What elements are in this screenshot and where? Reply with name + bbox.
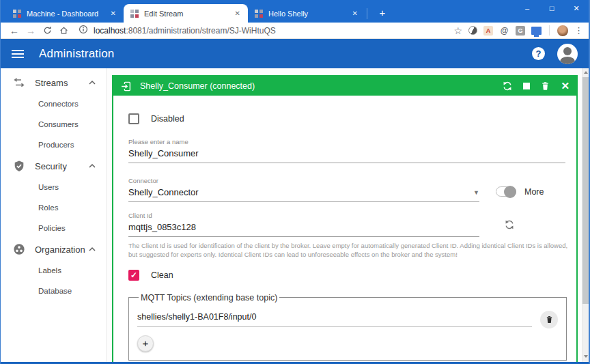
browser-window: Machine - Dashboard ✕ Edit Stream ✕ Hell… <box>0 0 590 364</box>
sidebar-section-security[interactable]: Security <box>1 155 106 177</box>
stream-title: Shelly_Consumer (connected) <box>140 81 255 91</box>
client-id-input[interactable]: mqttjs_0853c128 <box>128 219 479 237</box>
close-button[interactable]: ✕ <box>564 0 589 16</box>
trash-icon <box>545 315 554 324</box>
mqtt-topics-fieldset: MQTT Topics (extending base topic) shell… <box>128 293 567 361</box>
browser-toolbar: ← → localhost:8081/administration/stream… <box>1 23 589 39</box>
url-path: :8081/administration/stream/SJ-WiHtuQS <box>126 26 275 36</box>
sidebar-item-database[interactable]: Database <box>1 281 106 301</box>
page-title: Administration <box>39 47 115 61</box>
shield-icon <box>12 160 27 173</box>
tab-close-icon[interactable]: ✕ <box>351 10 359 17</box>
pdf-extension-icon[interactable]: A <box>483 26 493 36</box>
back-icon[interactable]: ← <box>6 25 23 36</box>
site-favicon <box>12 9 22 18</box>
tab-title: Edit Stream <box>144 10 229 18</box>
page-info-icon[interactable] <box>79 25 88 37</box>
tab-close-icon[interactable]: ✕ <box>234 10 242 17</box>
tab-hello-shelly[interactable]: Hello Shelly ✕ <box>248 4 365 23</box>
add-topic-button[interactable]: + <box>137 335 154 352</box>
chevron-up-icon <box>88 80 96 85</box>
more-toggle-label: More <box>524 187 544 197</box>
chevron-up-icon <box>88 247 96 252</box>
client-id-field: Client Id mqttjs_0853c128 <box>128 212 479 237</box>
sync-icon[interactable] <box>502 81 513 92</box>
stream-input-icon <box>120 81 132 92</box>
mqtt-topics-legend: MQTT Topics (extending base topic) <box>139 293 279 303</box>
clean-checkbox[interactable]: ✓ <box>128 270 139 281</box>
disabled-checkbox-row[interactable]: Disabled <box>128 113 565 124</box>
stream-panel-header: Shelly_Consumer (connected) <box>113 76 576 96</box>
sidebar: Streams Connectors Consumers Producers S… <box>1 68 107 362</box>
sidebar-item-labels[interactable]: Labels <box>1 260 106 281</box>
extension-circle-icon[interactable] <box>468 26 477 35</box>
site-favicon <box>254 9 264 18</box>
content-area: Streams Connectors Consumers Producers S… <box>1 68 589 362</box>
more-toggle[interactable] <box>496 186 516 197</box>
sidebar-section-label: Organization <box>35 244 88 255</box>
streams-icon <box>12 78 27 87</box>
scroll-down-icon[interactable] <box>582 352 589 361</box>
connector-select[interactable]: Shelly_Connector ▼ <box>128 184 479 202</box>
scrollbar-thumb[interactable] <box>582 77 589 304</box>
connector-selected-value: Shelly_Connector <box>128 187 199 197</box>
tab-machine-dashboard[interactable]: Machine - Dashboard ✕ <box>6 4 124 23</box>
client-id-label: Client Id <box>128 212 479 219</box>
name-field: Please enter a name Shelly_Consumer <box>128 138 565 163</box>
tab-close-icon[interactable]: ✕ <box>109 10 117 17</box>
sidebar-item-producers[interactable]: Producers <box>1 135 106 155</box>
name-field-label: Please enter a name <box>128 138 565 145</box>
sidebar-item-users[interactable]: Users <box>1 177 106 197</box>
close-panel-icon[interactable]: ✕ <box>561 80 570 92</box>
stop-icon[interactable] <box>523 83 530 89</box>
browser-profile-avatar[interactable] <box>557 25 568 36</box>
name-input[interactable]: Shelly_Consumer <box>128 145 565 163</box>
sidebar-item-policies[interactable]: Policies <box>1 218 106 238</box>
sidebar-item-connectors[interactable]: Connectors <box>1 94 106 114</box>
organization-icon <box>12 243 27 255</box>
forward-icon[interactable]: → <box>23 25 39 36</box>
tab-edit-stream[interactable]: Edit Stream ✕ <box>124 4 248 23</box>
user-avatar[interactable] <box>557 44 578 64</box>
sidebar-item-roles[interactable]: Roles <box>1 197 106 218</box>
help-icon[interactable]: ? <box>532 47 545 60</box>
scroll-up-icon[interactable] <box>582 68 589 76</box>
tab-strip: Machine - Dashboard ✕ Edit Stream ✕ Hell… <box>1 0 589 23</box>
maximize-button[interactable]: □ <box>539 0 564 16</box>
connector-field-label: Connector <box>128 177 479 184</box>
sidebar-section-label: Streams <box>35 78 88 88</box>
chevron-down-icon: ▼ <box>473 189 479 196</box>
topic-input[interactable]: shellies/shelly1-BA01F8/input/0 <box>137 312 532 327</box>
page-scrollbar[interactable] <box>582 68 589 362</box>
minimize-button[interactable]: – <box>515 0 539 16</box>
delete-topic-button[interactable] <box>540 311 558 328</box>
home-icon[interactable] <box>55 26 72 35</box>
tab-title: Machine - Dashboard <box>27 10 104 18</box>
toolbar-divider <box>549 25 550 36</box>
menu-hamburger-icon[interactable] <box>12 50 24 58</box>
sidebar-item-consumers[interactable]: Consumers <box>1 114 106 135</box>
app-bar: Administration ? <box>1 39 589 68</box>
tab-title: Hello Shelly <box>268 10 346 18</box>
sidebar-section-organization[interactable]: Organization <box>1 238 106 260</box>
g-extension-icon[interactable]: G <box>516 26 525 36</box>
chevron-up-icon <box>88 163 96 169</box>
spiral-extension-icon[interactable]: @ <box>499 25 509 36</box>
tab-separator <box>367 8 367 19</box>
connector-field: Connector Shelly_Connector ▼ <box>128 177 479 202</box>
bookmark-star-icon[interactable]: ☆ <box>453 25 462 36</box>
regenerate-client-id-icon[interactable] <box>504 219 515 233</box>
clean-checkbox-row[interactable]: ✓ Clean <box>128 270 565 281</box>
delete-stream-icon[interactable] <box>540 81 550 92</box>
sidebar-section-streams[interactable]: Streams <box>1 72 106 94</box>
browser-menu-icon[interactable]: ⋮ <box>574 25 583 36</box>
stream-form: Disabled Please enter a name Shelly_Cons… <box>113 96 576 361</box>
clean-label: Clean <box>151 270 173 280</box>
new-tab-button[interactable]: + <box>376 7 389 18</box>
disabled-checkbox[interactable] <box>128 113 139 124</box>
address-bar[interactable]: localhost:8081/administration/stream/SJ-… <box>79 25 453 37</box>
url-text: localhost:8081/administration/stream/SJ-… <box>94 26 276 36</box>
reload-icon[interactable] <box>39 26 55 35</box>
sidebar-section-label: Security <box>35 161 88 171</box>
cast-extension-icon[interactable] <box>531 25 542 36</box>
